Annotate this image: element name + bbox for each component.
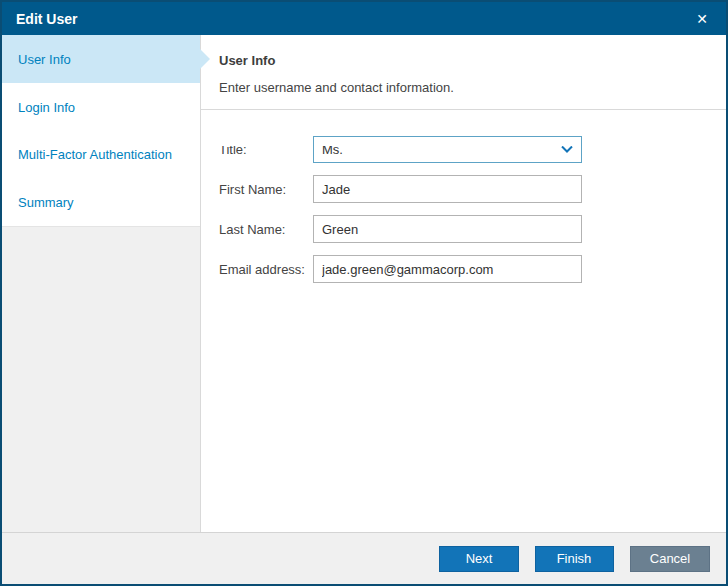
email-label: Email address: [219, 262, 313, 277]
wizard-sidebar: User Info Login Info Multi-Factor Authen… [2, 35, 201, 532]
title-label: Title: [219, 143, 313, 157]
form-row-first-name: First Name: [219, 175, 708, 203]
footer-bar: Next Finish Cancel [2, 532, 726, 584]
title-select[interactable]: Ms. [313, 136, 582, 163]
form-row-email: Email address: [219, 255, 708, 283]
page-title: User Info [219, 53, 708, 68]
sidebar-item-label: User Info [18, 52, 71, 67]
cancel-button[interactable]: Cancel [630, 546, 710, 572]
finish-button[interactable]: Finish [535, 546, 614, 572]
main-area: User Info Login Info Multi-Factor Authen… [2, 35, 726, 532]
next-button[interactable]: Next [439, 546, 519, 572]
sidebar-item-summary[interactable]: Summary [2, 178, 200, 226]
user-info-form: Title: Ms. First Name: L [219, 136, 708, 295]
sidebar-filler [2, 226, 200, 532]
form-row-last-name: Last Name: [219, 215, 708, 243]
sidebar-item-label: Multi-Factor Authentication [18, 147, 172, 162]
step-content: User Info Enter username and contact inf… [201, 35, 726, 532]
chevron-down-icon [561, 146, 573, 153]
sidebar-item-label: Summary [18, 195, 74, 210]
edit-user-dialog: Edit User ✕ User Info Login Info Multi-F… [0, 0, 728, 586]
first-name-field[interactable] [313, 175, 582, 203]
email-field[interactable] [313, 255, 582, 283]
dialog-title: Edit User [16, 11, 692, 27]
sidebar-item-login-info[interactable]: Login Info [2, 83, 200, 131]
sidebar-item-multi-factor-authentication[interactable]: Multi-Factor Authentication [2, 131, 200, 178]
last-name-field[interactable] [313, 215, 582, 243]
first-name-label: First Name: [219, 182, 313, 197]
form-row-title: Title: Ms. [219, 136, 708, 163]
sidebar-item-label: Login Info [18, 100, 75, 115]
titlebar: Edit User ✕ [2, 2, 726, 35]
sidebar-item-user-info[interactable]: User Info [2, 35, 200, 83]
close-icon[interactable]: ✕ [692, 8, 712, 30]
header-divider [201, 109, 726, 110]
last-name-label: Last Name: [219, 222, 313, 237]
title-select-value: Ms. [322, 143, 343, 157]
page-subtitle: Enter username and contact information. [219, 80, 708, 95]
